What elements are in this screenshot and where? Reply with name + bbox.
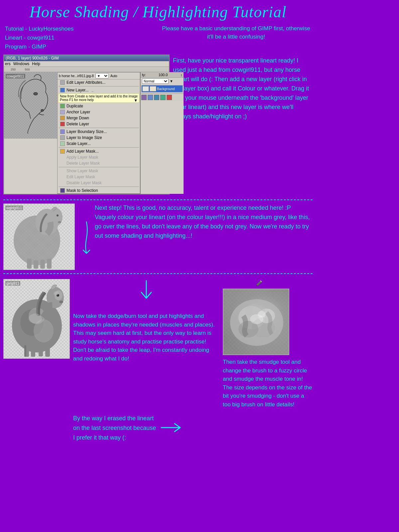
svg-point-41 — [29, 314, 42, 324]
apply-mask-label: Apply Layer Mask — [60, 155, 98, 160]
svg-point-21 — [58, 221, 61, 223]
svg-rect-17 — [40, 260, 45, 269]
layer-mode-select[interactable]: Normal — [142, 78, 169, 84]
background-layer-item[interactable]: Background — [142, 85, 183, 92]
layer-to-image-label: Layer to Image Size — [66, 135, 102, 140]
curved-arrow-svg — [76, 220, 93, 260]
merge-down-label: Merge Down — [66, 116, 89, 120]
file-select[interactable]: ▼ — [95, 73, 109, 78]
section1: (RGB, 1 layer) 900x826 - GIM ers Windows… — [0, 55, 316, 198]
gimp-window: (RGB, 1 layer) 900x826 - GIM ers Windows… — [3, 55, 170, 195]
delete-layer-label: Delete Layer — [66, 122, 89, 126]
new-layer-icon — [60, 88, 65, 92]
menu-sep-3 — [59, 147, 139, 148]
credits-note: Please have a basic understanding of GIM… — [161, 24, 311, 41]
bg-layer-label: Background — [157, 87, 175, 91]
down-arrow-svg — [136, 279, 156, 306]
auto-label: Auto — [110, 74, 117, 78]
credits-left: Tutorial - LuckyHorseshoes Lineart - cow… — [5, 24, 73, 52]
right-arrow-svg — [160, 421, 186, 434]
opacity-arrows: ↕ — [181, 73, 183, 77]
menu-merge-down[interactable]: Merge Down — [58, 115, 140, 121]
menu-new-layer[interactable]: New Layer... _ — [58, 87, 140, 93]
duplicate-layer-tool[interactable] — [160, 95, 166, 100]
show-mask-label: Show Layer Mask — [60, 169, 98, 173]
new-layer-tool[interactable] — [141, 95, 147, 100]
horse-shaded-img: girlg911 — [3, 279, 70, 359]
smudge-svg — [223, 289, 289, 355]
menu-scale-layer[interactable]: Scale Layer... — [58, 141, 140, 147]
menu-layer-to-image[interactable]: Layer to Image Size — [58, 135, 140, 141]
menu-edit-layer-attrs[interactable]: Edit Layer Attributes... — [58, 79, 140, 85]
pencil-icon-svg — [255, 279, 263, 287]
merge-icon — [60, 116, 65, 120]
new-layer-tooltip: New from Create a new layer and add it t… — [58, 93, 139, 103]
context-menu: b horse he...irl911.jpg-8 ▼ Auto Edit La… — [57, 72, 140, 194]
menu-add-mask[interactable]: Add Layer Mask... — [58, 148, 140, 154]
edit-icon — [60, 80, 65, 85]
ruler-text: 250 500 — [11, 68, 30, 71]
delete-layer-tool[interactable] — [167, 95, 172, 100]
layer-mode-row: Normal ▼ — [141, 78, 184, 84]
smudge-area — [223, 279, 289, 355]
menu-windows[interactable]: Windows — [13, 62, 30, 66]
page-title: Horse Shading / Highlighting Tutorial — [5, 3, 311, 21]
raise-layer-tool[interactable] — [148, 95, 153, 100]
add-mask-icon — [60, 149, 65, 154]
layers-panel-title: ty: 100.0 ↕ — [141, 72, 184, 78]
layer-boundary-label: Layer Boundary Size... — [66, 129, 107, 134]
horse-shaded-svg — [4, 279, 70, 359]
menu-anchor-layer[interactable]: Anchor Layer — [58, 109, 140, 115]
canvas-label: cowgirl911 — [6, 74, 25, 78]
menu-delete-layer[interactable]: Delete Layer — [58, 121, 140, 127]
svg-point-7 — [41, 109, 44, 111]
gimp-menubar: ers Windows Help — [4, 61, 169, 67]
duplicate-icon — [60, 104, 65, 108]
gimp-titlebar: (RGB, 1 layer) 900x826 - GIM — [4, 55, 169, 61]
horse-sketch-svg — [4, 72, 57, 139]
menu-sep-4 — [59, 167, 139, 167]
mask-to-sel-label: Mask to Selection — [66, 188, 98, 193]
menu-layer-boundary[interactable]: Layer Boundary Size... — [58, 129, 140, 135]
scale-layer-label: Scale Layer... — [66, 141, 91, 146]
menu-duplicate[interactable]: Duplicate — [58, 103, 140, 109]
menu-apply-mask: Apply Layer Mask — [58, 154, 140, 160]
section2: wgirlg911 — [0, 202, 316, 272]
layers-list: Background — [141, 85, 183, 93]
ruler-area: 250 500 — [4, 67, 169, 72]
add-layer-mask-label: Add Layer Mask... — [66, 149, 99, 154]
menu-disable-mask: Disable Layer Mask — [58, 180, 140, 186]
tutorial-credit: Tutorial - LuckyHorseshoes — [5, 24, 73, 33]
menu-help[interactable]: Help — [32, 62, 40, 66]
svg-point-40 — [54, 291, 59, 295]
bottom-row: By the way I erased the lineart on the l… — [0, 412, 316, 446]
smudge-tool-icon — [255, 279, 263, 287]
opacity-value: 100.0 — [159, 73, 168, 77]
gimp-canvas: cowgirl911 — [4, 72, 57, 139]
menu-edit-mask: Edit Layer Mask — [58, 174, 140, 180]
boundary-icon — [60, 129, 65, 134]
svg-rect-5 — [4, 72, 57, 139]
menu-mask-to-sel[interactable]: Mask to Selection — [58, 188, 140, 194]
smudge-text: Then take the smudge tool and change the… — [223, 358, 313, 409]
menu-ers[interactable]: ers — [5, 62, 11, 66]
svg-rect-33 — [39, 346, 43, 356]
svg-point-39 — [59, 301, 63, 303]
layer-tools-row — [141, 93, 184, 101]
layer-thumb-bg — [150, 86, 156, 91]
title-area: Horse Shading / Highlighting Tutorial — [0, 0, 316, 23]
svg-point-6 — [34, 92, 38, 95]
delete-layer-icon — [60, 122, 65, 126]
gimp-title-text: (RGB, 1 layer) 900x826 - GIM — [6, 56, 59, 61]
horse-watermark-2: wgirlg911 — [5, 205, 23, 210]
edit-layer-label: Edit Layer Attributes... — [66, 80, 105, 85]
dashed-separator-2 — [3, 273, 313, 274]
menu-show-mask: Show Layer Mask — [58, 168, 140, 174]
horse-grey-image: wgirlg911 — [3, 203, 75, 270]
s2-image-col: wgirlg911 — [3, 203, 75, 270]
section3: girlg911 — [0, 276, 316, 412]
file-open-label: b horse he...irl911.jpg-8 — [59, 74, 94, 78]
lineart-credit: Lineart - cowgirl911 — [5, 33, 73, 42]
menu-sep-2 — [59, 128, 139, 128]
lower-layer-tool[interactable] — [154, 95, 159, 100]
